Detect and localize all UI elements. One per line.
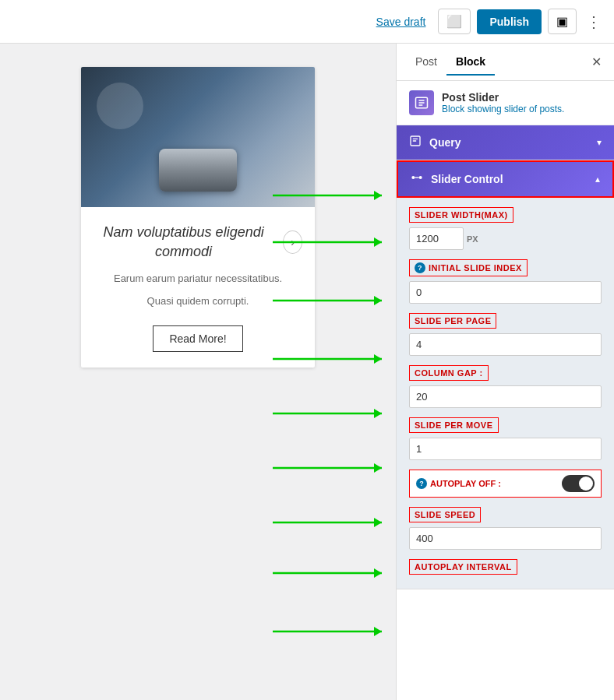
block-icon: [409, 90, 434, 115]
block-info-title: Post Slider: [442, 91, 564, 104]
slide-per-page-input[interactable]: [409, 333, 602, 356]
slider-width-input[interactable]: [409, 227, 464, 250]
slide-speed-group: SLIDE SPEED: [409, 507, 602, 550]
autoplay-off-group: ? AUTOPLAY OFF :: [409, 470, 602, 498]
slider-width-group: SLIDER WIDTH(MAX) PX: [409, 207, 602, 250]
post-card-nav: Nam voluptatibus eligendi commodi ›: [94, 223, 302, 262]
post-card: Nam voluptatibus eligendi commodi › Earu…: [81, 67, 315, 368]
canvas-area: Nam voluptatibus eligendi commodi › Earu…: [0, 44, 396, 700]
slider-control-section: Slider Control ▴ SLIDER WIDTH(MAX) PX ?: [397, 160, 614, 589]
slide-per-page-label: SLIDE PER PAGE: [409, 313, 496, 329]
panel-tabs: Post Block ✕: [397, 44, 614, 81]
view-icon[interactable]: ▣: [548, 9, 577, 34]
svg-point-3: [419, 176, 422, 179]
column-gap-label: COLUMN GAP :: [409, 365, 489, 381]
slide-per-move-label: SLIDE PER MOVE: [409, 417, 499, 433]
autoplay-interval-group: AUTOPLAY INTERVAL: [409, 559, 602, 579]
column-gap-input[interactable]: [409, 385, 602, 408]
post-card-excerpt-1: Earum earum pariatur necessitatibus.: [94, 271, 302, 287]
post-card-title: Nam voluptatibus eligendi commodi: [94, 223, 273, 262]
settings-content: SLIDER WIDTH(MAX) PX ? INITIAL SLIDE IND…: [397, 198, 614, 589]
query-icon: [409, 135, 422, 150]
autoplay-off-toggle[interactable]: [562, 475, 595, 492]
slide-per-move-input[interactable]: [409, 438, 602, 460]
slider-width-unit: PX: [467, 234, 478, 244]
post-card-image: [81, 67, 315, 207]
autoplay-help-icon: ?: [416, 478, 427, 489]
query-title: Query: [429, 136, 589, 149]
slider-width-input-row: PX: [409, 227, 602, 250]
slider-control-chevron-icon: ▴: [595, 174, 600, 185]
slide-speed-label: SLIDE SPEED: [409, 507, 481, 522]
slider-icon: [411, 171, 423, 187]
slider-control-title: Slider Control: [431, 173, 588, 185]
post-card-body: Nam voluptatibus eligendi commodi › Earu…: [81, 207, 315, 368]
next-arrow[interactable]: ›: [283, 230, 302, 254]
column-gap-group: COLUMN GAP :: [409, 365, 602, 408]
initial-slide-index-label: ? INITIAL SLIDE INDEX: [409, 259, 528, 276]
tab-post[interactable]: Post: [406, 49, 446, 76]
toolbar: Save draft ⬜ Publish ▣ ⋮: [0, 0, 614, 44]
preview-icon[interactable]: ⬜: [438, 9, 471, 34]
block-info-desc: Block showing slider of posts.: [442, 104, 564, 114]
autoplay-off-label: AUTOPLAY OFF :: [430, 479, 501, 488]
panel-close-button[interactable]: ✕: [588, 51, 605, 72]
query-chevron-icon: ▾: [597, 137, 602, 148]
initial-slide-help-icon: ?: [415, 262, 425, 273]
query-accordion-header[interactable]: Query ▾: [397, 125, 614, 160]
slide-per-page-group: SLIDE PER PAGE: [409, 313, 602, 356]
publish-button[interactable]: Publish: [477, 9, 542, 34]
main-layout: Nam voluptatibus eligendi commodi › Earu…: [0, 44, 614, 700]
initial-slide-index-input[interactable]: [409, 281, 602, 304]
svg-point-2: [411, 176, 415, 179]
read-more-button[interactable]: Read More!: [153, 325, 242, 352]
slider-control-accordion-header[interactable]: Slider Control ▴: [397, 160, 614, 198]
more-options-button[interactable]: ⋮: [583, 9, 605, 34]
query-section: Query ▾: [397, 125, 614, 160]
slide-speed-input[interactable]: [409, 527, 602, 550]
slide-per-move-group: SLIDE PER MOVE: [409, 417, 602, 460]
tab-block[interactable]: Block: [446, 49, 495, 76]
block-info-text: Post Slider Block showing slider of post…: [442, 91, 564, 114]
slider-width-label: SLIDER WIDTH(MAX): [409, 207, 513, 223]
sidebar-panel: Post Block ✕ Post Slider Block showing s…: [396, 44, 614, 700]
block-info: Post Slider Block showing slider of post…: [397, 81, 614, 125]
initial-slide-index-group: ? INITIAL SLIDE INDEX: [409, 259, 602, 304]
autoplay-interval-label: AUTOPLAY INTERVAL: [409, 559, 517, 575]
save-draft-button[interactable]: Save draft: [370, 11, 432, 33]
post-card-excerpt-2: Quasi quidem corrupti.: [94, 294, 302, 310]
